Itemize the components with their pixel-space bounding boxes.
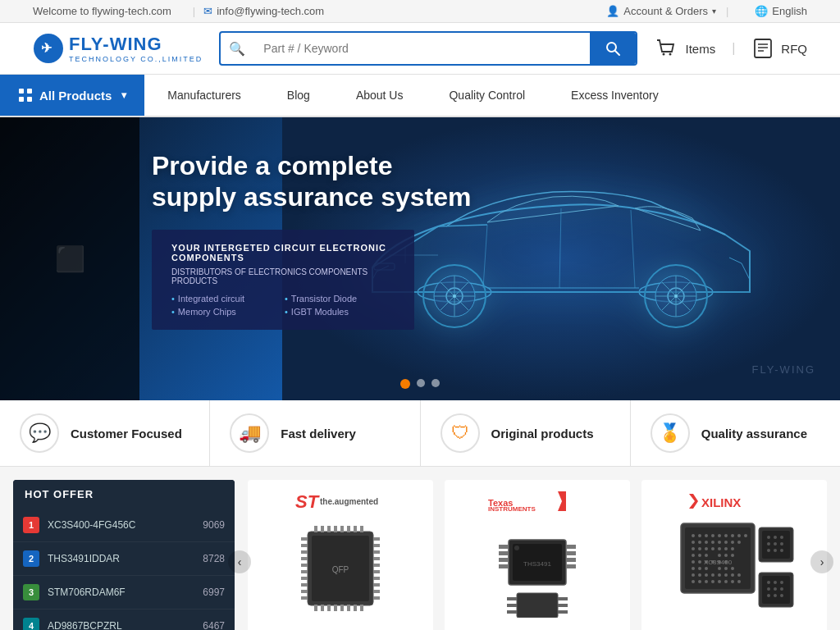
product-card-xilinx[interactable]: XILINX	[641, 480, 827, 630]
divider-1: |	[193, 5, 195, 17]
nav-all-products[interactable]: All Products ▾	[0, 75, 144, 116]
rfq-button[interactable]: RFQ	[751, 37, 807, 60]
svg-point-178	[767, 587, 770, 591]
banner-box-grid: Integrated circuit Transistor Diode Memo…	[171, 294, 395, 317]
svg-point-140	[698, 567, 701, 570]
st-brand-logo: ST the.augmented	[291, 490, 390, 513]
language-section[interactable]: 🌐 English	[755, 5, 807, 17]
logo[interactable]: ✈ FLY-WING TECHNOLOGY CO.,LIMITED	[33, 33, 203, 64]
search-prefix-icon: 🔍	[221, 41, 253, 57]
hot-count-3: 6997	[203, 587, 225, 598]
product-card-st[interactable]: ST the.augmented QFP	[248, 480, 433, 630]
rfq-label: RFQ	[781, 42, 807, 56]
svg-rect-65	[301, 590, 308, 593]
hot-offer-item-1[interactable]: 1 XC3S400-4FG456C 9069	[13, 509, 235, 542]
quality-assurance-icon: 🏅	[651, 413, 690, 453]
hot-rank-3: 3	[23, 584, 39, 600]
svg-point-113	[698, 541, 701, 544]
svg-point-176	[774, 581, 777, 584]
svg-text:XC3S400: XC3S400	[704, 559, 733, 566]
svg-rect-75	[373, 590, 380, 593]
svg-point-126	[731, 547, 734, 550]
svg-rect-86	[499, 564, 509, 568]
banner-dot-2[interactable]	[417, 379, 425, 387]
banner-dot-1[interactable]	[400, 379, 410, 389]
svg-point-82	[514, 546, 519, 550]
original-products-icon: 🛡	[441, 413, 480, 453]
nav-item-blog[interactable]: Blog	[264, 75, 333, 116]
search-button[interactable]	[590, 33, 636, 64]
svg-point-147	[705, 573, 708, 577]
svg-rect-10	[19, 89, 24, 94]
feature-original-products: 🛡 Original products	[421, 400, 631, 466]
banner-dot-3[interactable]	[431, 379, 440, 387]
product-carousel-left[interactable]: ‹	[228, 550, 251, 573]
svg-rect-88	[566, 551, 576, 555]
nav-item-manufacturers[interactable]: Manufacturers	[144, 75, 263, 116]
svg-rect-12	[19, 97, 24, 102]
chevron-down-icon: ▾	[121, 89, 126, 101]
svg-point-160	[737, 580, 741, 583]
cart-button[interactable]: Items	[654, 36, 715, 61]
st-logo-svg: ST the.augmented	[291, 490, 390, 513]
svg-point-119	[737, 541, 741, 544]
banner-watermark: FLY-WING	[752, 363, 815, 376]
nav-excess-label: Excess Inventory	[571, 89, 659, 102]
svg-point-159	[731, 580, 734, 583]
st-product-image: QFP	[254, 519, 427, 618]
cart-label: Items	[685, 42, 715, 56]
svg-rect-55	[354, 605, 357, 611]
svg-point-158	[724, 580, 728, 583]
svg-rect-64	[301, 583, 308, 587]
xilinx-logo-svg: XILINX	[685, 490, 783, 513]
account-section[interactable]: 👤 Account & Orders ▾	[606, 5, 716, 17]
fast-delivery-icon: 🚚	[230, 413, 269, 453]
nav-item-quality[interactable]: Quality Control	[426, 75, 548, 116]
product-carousel-right[interactable]: ›	[810, 550, 833, 573]
customer-focused-icon: 💬	[20, 413, 59, 453]
svg-point-156	[711, 580, 714, 583]
svg-point-181	[767, 594, 770, 597]
hot-part-4: AD9867BCPZRL	[48, 620, 194, 630]
svg-point-107	[718, 534, 721, 537]
nav-item-about[interactable]: About Us	[333, 75, 427, 116]
svg-point-168	[774, 542, 777, 546]
svg-rect-46	[347, 526, 350, 532]
svg-point-151	[731, 573, 734, 577]
svg-point-132	[731, 554, 734, 557]
divider-2: |	[726, 5, 728, 17]
hot-offer-item-3[interactable]: 3 STM706RDAM6F 6997	[13, 576, 235, 609]
hot-count-4: 6467	[203, 620, 225, 630]
svg-rect-45	[340, 526, 344, 532]
language-label: English	[772, 5, 807, 17]
svg-point-121	[698, 547, 701, 550]
svg-point-117	[724, 541, 728, 544]
logo-icon: ✈	[33, 33, 64, 64]
svg-text:INSTRUMENTS: INSTRUMENTS	[488, 505, 536, 513]
svg-point-112	[692, 541, 695, 544]
svg-text:XILINX: XILINX	[701, 495, 741, 509]
svg-rect-43	[327, 526, 331, 532]
svg-point-128	[698, 554, 701, 557]
svg-rect-74	[373, 583, 380, 587]
svg-rect-87	[566, 545, 576, 549]
svg-point-116	[718, 541, 721, 544]
email-address: info@flywing-tech.com	[217, 5, 324, 17]
svg-point-180	[780, 587, 783, 591]
welcome-text: Welcome to flywing-tech.com	[33, 5, 171, 17]
hot-offer-item-2[interactable]: 2 THS3491IDDAR 8728	[13, 542, 235, 576]
svg-rect-95	[507, 610, 517, 614]
svg-point-111	[744, 534, 747, 537]
nav-item-excess[interactable]: Excess Inventory	[548, 75, 682, 116]
chevron-right-icon: ›	[820, 555, 824, 568]
product-card-ti[interactable]: Texas INSTRUMENTS	[445, 480, 630, 630]
svg-point-118	[731, 541, 734, 544]
svg-point-172	[780, 549, 783, 552]
svg-text:ST: ST	[295, 491, 320, 512]
ti-brand-logo: Texas INSTRUMENTS	[484, 490, 591, 513]
feature-quality-assurance: 🏅 Quality assurance	[631, 400, 840, 466]
hot-offer-item-4[interactable]: 4 AD9867BCPZRL 6467	[13, 609, 235, 630]
search-input[interactable]	[253, 42, 590, 55]
svg-point-152	[737, 573, 741, 577]
top-bar: Welcome to flywing-tech.com | ✉ info@fly…	[0, 0, 840, 23]
